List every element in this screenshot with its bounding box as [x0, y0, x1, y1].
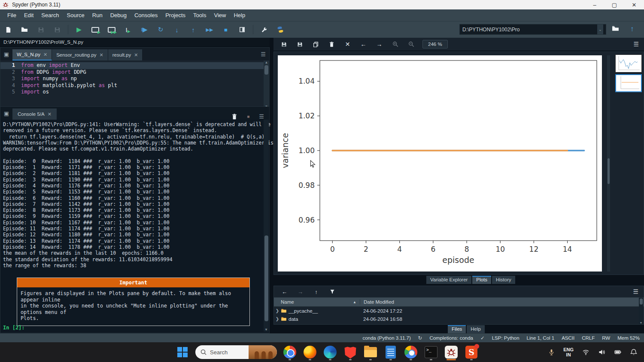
menu-source[interactable]: Source	[63, 9, 88, 21]
tab-plots[interactable]: Plots	[472, 276, 491, 284]
menu-projects[interactable]: Projects	[161, 9, 189, 21]
lsp-status[interactable]: LSP: Python	[492, 335, 519, 341]
browse-tabs-icon[interactable]: ▣	[0, 48, 12, 60]
save-all-plots-icon[interactable]	[292, 39, 308, 50]
wifi-icon[interactable]	[582, 349, 589, 356]
zoom-in-icon[interactable]	[387, 39, 403, 50]
tab-help[interactable]: Help	[467, 325, 485, 333]
files-vertical-scrollbar[interactable]: ▼	[639, 298, 643, 324]
console-output[interactable]: D:\PYTHON\PY1002\Pro\DDPG.py:141: UserWa…	[3, 121, 261, 268]
maximize-pane-button[interactable]	[234, 23, 250, 36]
forward-icon[interactable]: →	[292, 287, 308, 297]
taskbar-firefox[interactable]	[303, 344, 317, 361]
taskbar-search[interactable]: Search	[195, 345, 277, 359]
taskbar-edge[interactable]	[323, 344, 337, 361]
completions-status[interactable]: Completions: conda	[429, 335, 473, 341]
minimize-button[interactable]: –	[585, 0, 605, 9]
close-icon[interactable]: ✕	[134, 52, 138, 58]
taskbar-terminal[interactable]: >_	[424, 344, 438, 361]
remove-plot-icon[interactable]	[324, 39, 340, 50]
taskbar-s-app[interactable]: S	[464, 344, 479, 361]
menu-edit[interactable]: Edit	[20, 9, 37, 21]
close-button[interactable]: ✕	[624, 0, 644, 9]
zoom-out-icon[interactable]	[403, 39, 419, 50]
console-options-menu-icon[interactable]: ☰	[259, 113, 264, 120]
console-prompt[interactable]: In [2]:	[3, 325, 25, 331]
battery-icon[interactable]	[614, 349, 622, 356]
open-file-button[interactable]	[16, 23, 33, 36]
working-directory-combo[interactable]: D:\PYTHON\PY1002\Pro ⌄	[459, 24, 606, 35]
interrupt-kernel-icon[interactable]: ■	[247, 114, 249, 119]
taskbar-chrome[interactable]	[283, 344, 297, 361]
copy-plot-icon[interactable]	[308, 39, 324, 50]
table-row[interactable]: ❯__pycache__24-06-2024 17:22	[274, 307, 644, 315]
editor-tab-result.py[interactable]: result.py✕	[108, 49, 143, 60]
run-cell-button[interactable]: ▶	[87, 23, 103, 36]
microphone-icon[interactable]	[548, 349, 555, 356]
stop-button[interactable]: ■	[218, 23, 234, 36]
new-file-button[interactable]	[0, 23, 16, 36]
step-into-button[interactable]: ↓	[169, 23, 185, 36]
console-tab[interactable]: Console 5/A ✕	[12, 109, 57, 120]
start-button[interactable]	[175, 344, 190, 361]
taskbar-brave[interactable]	[343, 344, 358, 361]
menu-search[interactable]: Search	[37, 9, 63, 21]
editor-tab-W_S_N.py[interactable]: W_S_N.py✕	[12, 49, 52, 60]
chevron-down-icon[interactable]: ⌄	[597, 24, 603, 34]
menu-file[interactable]: File	[3, 9, 20, 21]
run-button[interactable]: ▶	[71, 23, 87, 36]
files-options-menu-icon[interactable]: ☰	[633, 288, 638, 295]
menu-tools[interactable]: Tools	[189, 9, 210, 21]
save-plot-icon[interactable]	[276, 39, 292, 50]
menu-run[interactable]: Run	[88, 9, 106, 21]
editor-vertical-scrollbar[interactable]: ▲▼	[264, 60, 269, 109]
code-line[interactable]: 4import matplotlib.pyplot as plt	[0, 82, 269, 89]
taskbar-notes[interactable]	[383, 344, 398, 361]
taskbar-file-explorer[interactable]	[363, 344, 378, 361]
browse-tabs-icon[interactable]: ▣	[0, 107, 12, 120]
editor-options-menu-icon[interactable]: ☰	[257, 48, 269, 60]
volume-icon[interactable]	[598, 349, 605, 356]
close-icon[interactable]: ✕	[100, 52, 103, 58]
notifications-bell-icon[interactable]	[630, 349, 637, 356]
code-line[interactable]: 2from DDPG import DDPG	[0, 69, 269, 76]
interpreter-status[interactable]: conda (Python 3.11.7)	[362, 335, 410, 341]
save-button[interactable]	[33, 23, 49, 36]
variance-figure[interactable]: 0.960.981.001.021.0402468101214episodeva…	[278, 55, 602, 272]
run-selection-button[interactable]: I▶	[120, 23, 136, 36]
language-indicator[interactable]: ENGIN	[563, 347, 574, 357]
taskbar-chrome-profile[interactable]	[404, 344, 418, 361]
column-header-name[interactable]: Name▲	[274, 299, 360, 305]
preferences-wrench-button[interactable]	[256, 23, 272, 36]
debug-file-button[interactable]: ‖▶	[136, 23, 152, 36]
code-line[interactable]: 1from env import Env	[0, 62, 269, 69]
close-icon[interactable]: ✕	[43, 52, 47, 57]
code-line[interactable]: 3import numpy as np	[0, 75, 269, 82]
run-cell-advance-button[interactable]: ▶▶	[103, 23, 120, 36]
tab-variable-explorer[interactable]: Variable Explorer	[426, 276, 471, 284]
variance-plot-thumbnail[interactable]	[615, 74, 642, 92]
menu-debug[interactable]: Debug	[106, 9, 131, 21]
continue-button[interactable]: ▶▶	[201, 23, 218, 36]
menu-help[interactable]: Help	[230, 9, 249, 21]
plots-options-menu-icon[interactable]: ☰	[633, 41, 639, 48]
save-all-button[interactable]	[49, 23, 65, 36]
plots-vertical-scrollbar[interactable]	[607, 55, 610, 272]
console-vertical-scrollbar[interactable]: ▼	[264, 120, 269, 332]
filter-icon[interactable]	[324, 287, 340, 297]
restore-button[interactable]: ▢	[605, 0, 624, 9]
taskbar-spyder[interactable]	[444, 344, 459, 361]
step-return-button[interactable]: ↑	[185, 23, 201, 36]
chevron-right-icon[interactable]: ❯	[274, 317, 281, 321]
re-run-cell-button[interactable]: ↻	[152, 23, 169, 36]
back-icon[interactable]: ←	[276, 287, 292, 297]
remove-all-plots-icon[interactable]: ✕	[340, 39, 355, 50]
column-header-date-modified[interactable]: Date Modified	[360, 299, 644, 305]
previous-plot-icon[interactable]: ←	[355, 39, 371, 50]
pythonpath-manager-button[interactable]	[272, 23, 289, 36]
chevron-right-icon[interactable]: ❯	[274, 308, 281, 313]
tab-files[interactable]: Files	[448, 325, 466, 333]
reward-plot-thumbnail[interactable]	[615, 54, 642, 72]
close-icon[interactable]: ✕	[48, 112, 52, 117]
code-line[interactable]: 5import os	[0, 89, 269, 96]
